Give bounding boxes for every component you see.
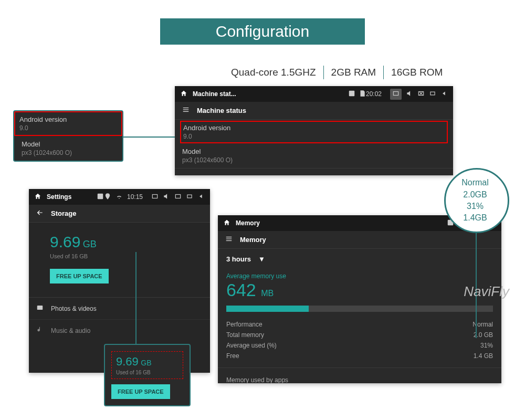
memory-panel: Memory 20:02 Memory 3 hours ▼ Average me… xyxy=(218,215,501,383)
storage-callout-unit: GB xyxy=(141,359,151,367)
home-icon[interactable] xyxy=(223,219,230,228)
back-icon[interactable] xyxy=(197,193,205,202)
android-version-highlight: Android version 9.0 xyxy=(180,121,448,143)
dropdown-label: 3 hours xyxy=(226,255,251,263)
storage-callout-sub: Used of 16 GB xyxy=(116,370,178,375)
spec-cpu: Quad-core 1.5GHZ xyxy=(231,67,316,78)
svg-rect-7 xyxy=(187,195,192,198)
stat-label: Free xyxy=(226,352,239,360)
recent-icon[interactable] xyxy=(429,90,436,99)
page-title: Configuration xyxy=(216,23,309,40)
stat-row: PerformanceNormal xyxy=(226,319,493,330)
screenshot-icon[interactable] xyxy=(390,89,402,100)
picture-icon xyxy=(348,90,355,99)
menu-icon[interactable] xyxy=(225,235,233,244)
memory-usage-bar xyxy=(226,306,493,312)
screenshot-icon[interactable] xyxy=(151,193,159,202)
list-item[interactable]: Music & audio xyxy=(29,319,210,341)
memory-footer[interactable]: Memory used by apps xyxy=(218,368,501,384)
stat-row: Average used (%)31% xyxy=(226,340,493,351)
model-value: px3 (1024x600 O) xyxy=(182,156,446,164)
list-item[interactable]: Photos & videos xyxy=(29,297,210,319)
location-icon xyxy=(104,193,111,202)
free-up-space-button[interactable]: FREE UP SPACE xyxy=(50,269,109,284)
volume-icon[interactable] xyxy=(163,193,170,202)
memory-usage-fill xyxy=(226,306,309,312)
sub-header: Memory xyxy=(218,231,501,249)
stat-value: 31% xyxy=(480,342,493,349)
avg-value-unit: MB xyxy=(261,289,274,298)
avg-value-number: 642 xyxy=(226,280,256,300)
music-icon xyxy=(36,326,44,335)
circle-line3: 31% xyxy=(467,201,484,212)
android-version-value: 9.0 xyxy=(183,133,445,140)
android-callout-value: 9.0 xyxy=(19,124,117,132)
volume-icon[interactable] xyxy=(406,90,413,99)
stat-label: Average used (%) xyxy=(226,342,277,349)
sd-icon xyxy=(359,90,366,99)
divider xyxy=(383,66,384,79)
watermark: NaviFly xyxy=(464,284,509,300)
storage-callout-button[interactable]: FREE UP SPACE xyxy=(111,384,170,399)
status-bar: Settings 10:15 xyxy=(29,189,210,205)
mute-icon[interactable] xyxy=(174,193,182,202)
sub-header: Storage xyxy=(29,205,210,223)
chevron-down-icon: ▼ xyxy=(258,255,265,263)
machine-status-panel: Machine stat... 20:02 Machine status And… xyxy=(175,86,453,175)
home-icon[interactable] xyxy=(34,193,41,202)
svg-rect-4 xyxy=(98,193,103,199)
item-label: Photos & videos xyxy=(51,305,97,312)
back-arrow-icon[interactable] xyxy=(36,209,44,218)
memory-stats: PerformanceNormal Total memory2.0 GB Ave… xyxy=(218,312,501,361)
svg-rect-6 xyxy=(175,194,180,198)
stat-value: 1.4 GB xyxy=(474,352,493,360)
status-title: Memory xyxy=(236,219,447,227)
svg-rect-8 xyxy=(37,306,43,310)
stat-label: Total memory xyxy=(226,331,264,339)
android-callout-model-row: Model px3 (1024x600 O) xyxy=(14,136,122,161)
svg-rect-1 xyxy=(393,91,398,95)
android-callout: Android version 9.0 Model px3 (1024x600 … xyxy=(13,110,123,162)
page-title-banner: Configuration xyxy=(160,18,365,45)
android-callout-model-label: Model xyxy=(22,140,115,148)
status-title: Settings xyxy=(47,193,97,201)
spec-rom: 16GB ROM xyxy=(391,67,443,78)
connector xyxy=(123,136,175,138)
storage-used-unit: GB xyxy=(83,239,97,249)
storage-used-value: 9.69 xyxy=(50,233,80,250)
home-icon[interactable] xyxy=(180,90,187,99)
stat-row: Total memory2.0 GB xyxy=(226,330,493,340)
wifi-icon xyxy=(116,193,123,202)
sub-title: Memory xyxy=(240,236,266,244)
time-range-dropdown[interactable]: 3 hours ▼ xyxy=(218,249,501,269)
back-icon[interactable] xyxy=(440,90,448,99)
android-callout-label: Android version xyxy=(19,116,117,123)
mute-icon[interactable] xyxy=(417,90,425,99)
recent-icon[interactable] xyxy=(186,193,193,202)
specs-row: Quad-core 1.5GHZ 2GB RAM 16GB ROM xyxy=(231,66,443,79)
storage-callout: 9.69 GB Used of 16 GB FREE UP SPACE xyxy=(104,344,191,406)
status-title: Machine stat... xyxy=(193,90,348,98)
storage-callout-box: 9.69 GB Used of 16 GB xyxy=(111,351,183,379)
memory-summary-circle: Normal 2.0GB 31% 1.4GB xyxy=(444,168,509,233)
circle-line1: Normal xyxy=(461,177,489,188)
menu-icon[interactable] xyxy=(182,106,190,115)
model-row[interactable]: Model px3 (1024x600 O) xyxy=(175,143,453,169)
stat-row: Free1.4 GB xyxy=(226,351,493,361)
status-time: 10:15 xyxy=(127,193,143,201)
sub-title: Storage xyxy=(51,209,76,217)
storage-usage: 9.69 GB Used of 16 GB xyxy=(29,223,210,259)
sub-header: Machine status xyxy=(175,102,453,120)
android-callout-model-value: px3 (1024x600 O) xyxy=(22,149,115,156)
status-time: 20:02 xyxy=(366,90,382,98)
connector xyxy=(135,252,136,344)
circle-line2: 2.0GB xyxy=(463,189,487,201)
divider xyxy=(323,66,324,79)
sub-title: Machine status xyxy=(197,107,246,114)
avg-memory-label: Average memory use xyxy=(218,269,501,280)
model-label: Model xyxy=(182,148,446,155)
spec-ram: 2GB RAM xyxy=(331,67,376,78)
storage-callout-value: 9.69 xyxy=(116,355,139,368)
item-label: Music & audio xyxy=(51,327,90,334)
svg-rect-0 xyxy=(349,90,355,96)
